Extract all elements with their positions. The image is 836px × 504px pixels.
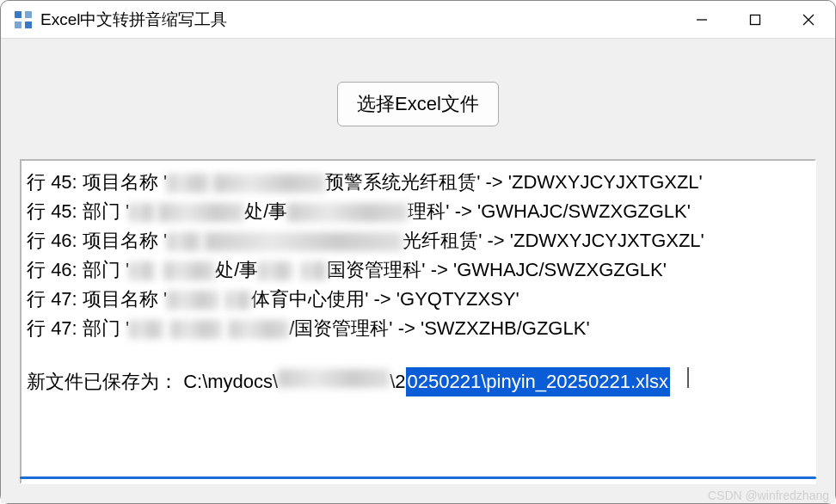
selected-text[interactable]: 0250221\pinyin_20250221.xlsx bbox=[406, 367, 670, 396]
client-area: 选择Excel文件 行 45: 项目名称 '预警系统光纤租赁' -> 'ZDWX… bbox=[1, 39, 835, 503]
close-button[interactable] bbox=[782, 1, 835, 38]
app-icon bbox=[13, 9, 34, 30]
log-line: 行 47: 部门 '/国资管理科' -> 'SWZXZHB/GZGLK' bbox=[27, 314, 809, 343]
log-line: 行 47: 项目名称 '体育中心使用' -> 'GYQTYZXSY' bbox=[27, 285, 809, 314]
scrollbar-horizontal[interactable] bbox=[20, 476, 816, 479]
app-window: Excel中文转拼音缩写工具 选择Excel文件 行 45: 项目名称 '预警系… bbox=[0, 0, 836, 504]
svg-rect-5 bbox=[751, 15, 760, 24]
text-cursor bbox=[687, 367, 689, 388]
log-line: 行 45: 部门 '处/事理科' -> 'GWHAJC/SWZXGZGLK' bbox=[27, 197, 809, 226]
svg-rect-2 bbox=[15, 22, 22, 28]
titlebar: Excel中文转拼音缩写工具 bbox=[1, 1, 835, 39]
log-output[interactable]: 行 45: 项目名称 '预警系统光纤租赁' -> 'ZDWXYJCYJXTGXZ… bbox=[20, 159, 816, 484]
choose-file-button[interactable]: 选择Excel文件 bbox=[337, 82, 499, 126]
svg-rect-3 bbox=[25, 22, 32, 28]
log-line: 行 45: 项目名称 '预警系统光纤租赁' -> 'ZDWXYJCYJXTGXZ… bbox=[27, 168, 809, 197]
save-path-line: 新文件已保存为： C:\mydocs\\20250221\pinyin_2025… bbox=[27, 367, 809, 396]
watermark: CSDN @winfredzhang bbox=[708, 489, 829, 502]
log-line: 行 46: 部门 '处/事国资管理科' -> 'GWHAJC/SWZXGZGLK… bbox=[27, 255, 809, 285]
maximize-button[interactable] bbox=[728, 1, 782, 38]
minimize-button[interactable] bbox=[675, 1, 728, 38]
window-controls bbox=[675, 1, 835, 38]
svg-rect-0 bbox=[15, 11, 22, 18]
window-title: Excel中文转拼音缩写工具 bbox=[40, 9, 675, 31]
svg-rect-1 bbox=[25, 11, 32, 18]
log-line: 行 46: 项目名称 '光纤租赁' -> 'ZDWXYJCYJXTGXZL' bbox=[27, 226, 809, 255]
